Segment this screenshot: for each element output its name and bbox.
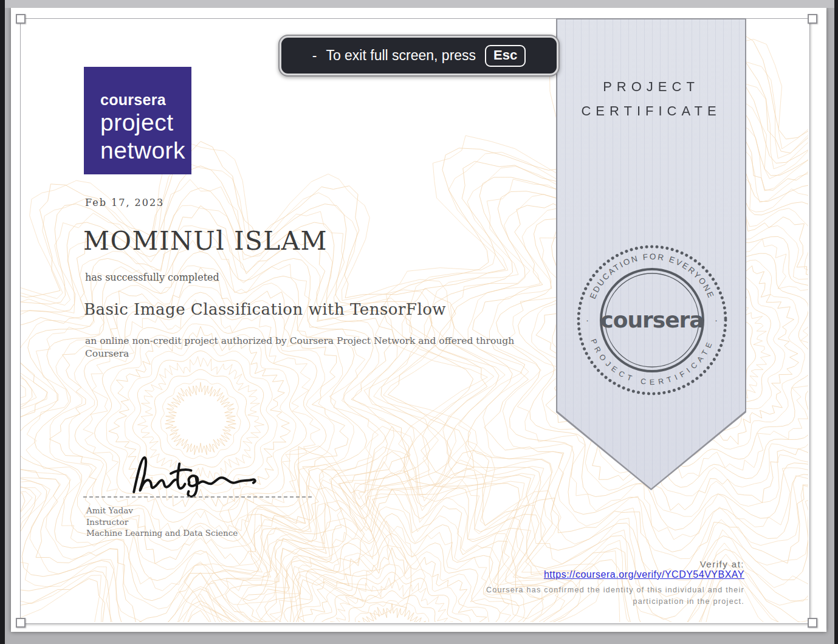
course-description-line2: Coursera: [85, 348, 514, 360]
screen-edge-left: [0, 0, 5, 644]
verification-confirmation: Coursera has confirmed the identity of t…: [486, 584, 744, 608]
ribbon-title-line1: PROJECT: [557, 78, 745, 96]
instructor-name: Amit Yadav: [86, 505, 238, 516]
instructor-title: Instructor: [86, 516, 238, 528]
logo-project-text: project: [100, 109, 191, 137]
corner-ornament-top-left: [16, 14, 26, 24]
confirmation-line1: Coursera has confirmed the identity of t…: [486, 584, 744, 596]
instructor-block: Amit Yadav Instructor Machine Learning a…: [86, 505, 238, 539]
screen-edge-right: [834, 0, 838, 644]
signature-line: [83, 496, 312, 498]
instructor-signature: [125, 451, 261, 498]
course-title: Basic Image Classification with TensorFl…: [84, 300, 446, 318]
toast-body: - To exit full screen, press Esc: [281, 38, 557, 74]
seal-brand-wordmark: coursera: [600, 307, 703, 332]
completion-date: Feb 17, 2023: [85, 197, 164, 208]
logo-brand-text: coursera: [100, 91, 191, 109]
esc-key-hint: Esc: [485, 45, 526, 67]
verify-label: Verify at:: [486, 559, 744, 569]
corner-ornament-bottom-left: [16, 618, 26, 628]
completion-statement: has successfully completed: [85, 272, 219, 283]
fullscreen-exit-toast: - To exit full screen, press Esc: [278, 35, 560, 77]
coursera-seal: EDUCATION FOR EVERYONE PROJECT CERTIFICA…: [573, 241, 731, 399]
fullscreen-certificate-view: PROJECT CERTIFICATE EDUCATION FOR EVERYO…: [0, 0, 838, 644]
logo-network-text: network: [100, 137, 191, 165]
seal-right-dot: ·: [715, 315, 718, 325]
confirmation-line2: participation in the project.: [486, 596, 744, 608]
verification-block: Verify at: https://coursera.org/verify/Y…: [486, 559, 744, 608]
recipient-name: MOMINUl ISLAM: [83, 226, 328, 256]
ribbon-title-line2: CERTIFICATE: [557, 102, 745, 120]
seal-left-dot: ·: [586, 315, 589, 325]
corner-ornament-bottom-right: [808, 618, 817, 628]
coursera-project-network-logo: coursera project network: [84, 67, 191, 174]
instructor-department: Machine Learning and Data Science: [86, 527, 238, 539]
window-top-strip: [5, 0, 834, 8]
seal-top-text: EDUCATION FOR EVERYONE: [588, 252, 716, 300]
toast-message: To exit full screen, press: [326, 47, 476, 64]
course-description: an online non-credit project authorized …: [85, 335, 514, 360]
corner-ornament-top-right: [808, 14, 817, 24]
toast-dash: -: [312, 47, 317, 64]
verify-link[interactable]: https://coursera.org/verify/YCDY54VYBXAY: [544, 569, 744, 580]
course-description-line1: an online non-credit project authorized …: [85, 335, 514, 348]
